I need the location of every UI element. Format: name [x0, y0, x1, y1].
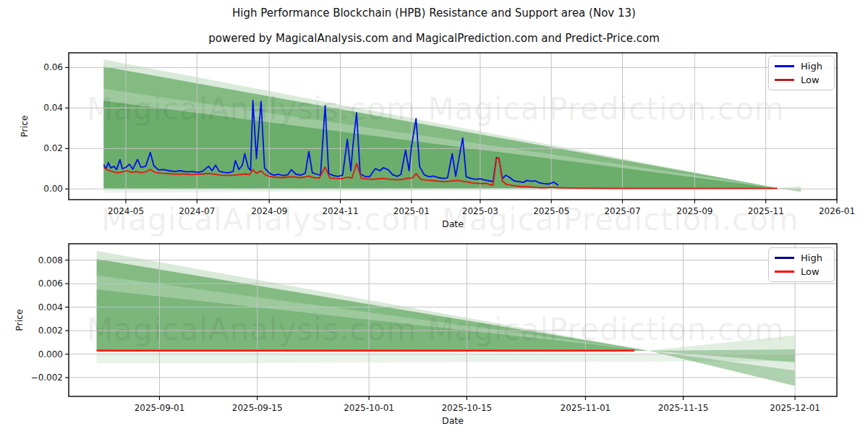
watermark-text: MagicalAnalysis.com [87, 312, 417, 347]
y-tick-label: −0.002 [31, 373, 63, 383]
x-tick-label: 2024-09 [251, 206, 287, 216]
x-tick-label: 2025-03 [462, 206, 498, 216]
legend-entry-high: High [775, 61, 828, 71]
x-tick-label: 2025-09 [676, 206, 712, 216]
legend-bottom-chart: High Low [768, 247, 835, 282]
y-axis-label: Price [19, 115, 30, 137]
watermark-text: MagicalPrediction.com [427, 312, 785, 347]
x-tick-label: 2025-11-01 [561, 403, 611, 413]
x-tick-label: 2024-11 [322, 206, 358, 216]
x-axis-label: Date [442, 218, 464, 229]
x-tick-label: 2025-10-15 [441, 403, 492, 413]
y-axis-label: Price [14, 309, 25, 331]
y-tick-label: 0.004 [38, 302, 63, 312]
high-line-swatch [775, 65, 794, 67]
x-tick-label: 2025-09-15 [232, 403, 283, 413]
legend-top-chart: High Low [768, 56, 835, 90]
x-tick-label: 2024-05 [108, 206, 144, 216]
legend-entry-low: Low [775, 75, 828, 85]
x-tick-label: 2024-07 [179, 206, 215, 216]
legend-label-high: High [801, 61, 822, 71]
legend-entry-high: High [775, 253, 828, 263]
x-tick-label: 2025-11-15 [658, 403, 709, 413]
x-tick-label: 2025-11 [748, 206, 784, 216]
figure-subtitle: powered by MagicalAnalysis.com and Magic… [0, 32, 868, 45]
legend-label-low: Low [801, 75, 820, 85]
y-tick-label: 0.06 [43, 62, 63, 72]
x-tick-label: 2025-07 [604, 206, 640, 216]
y-tick-label: 0.04 [43, 103, 63, 113]
x-tick-label: 2025-10-01 [344, 403, 394, 413]
figure-title: High Performance Blockchain (HPB) Resist… [0, 7, 868, 20]
y-tick-label: 0.008 [38, 255, 63, 265]
y-tick-label: 0.02 [43, 143, 63, 153]
bottom-chart: MagicalAnalysis.comMagicalPrediction.com… [14, 244, 837, 426]
x-tick-label: 2025-05 [533, 206, 569, 216]
legend-entry-low: Low [775, 267, 828, 276]
top-chart: MagicalAnalysis.comMagicalPrediction.com… [19, 53, 855, 229]
low-line-swatch [775, 79, 794, 81]
low-line-swatch [775, 271, 794, 273]
x-tick-label: 2025-12-01 [770, 403, 820, 413]
y-tick-label: 0.00 [43, 184, 63, 194]
x-tick-label: 2026-01 [819, 206, 855, 216]
y-tick-label: 0.002 [38, 326, 63, 336]
x-axis-label: Date [442, 415, 464, 426]
legend-label-high: High [801, 253, 822, 263]
high-line-swatch [775, 257, 794, 259]
y-tick-label: 0.000 [38, 349, 63, 359]
y-tick-label: 0.006 [38, 278, 63, 289]
legend-label-low: Low [801, 267, 820, 276]
x-tick-label: 2025-01 [393, 206, 430, 216]
watermark-text: MagicalPrediction.com [427, 91, 785, 127]
charts-canvas: MagicalAnalysis.comMagicalPrediction.com… [0, 0, 868, 434]
x-tick-label: 2025-09-01 [135, 403, 185, 413]
